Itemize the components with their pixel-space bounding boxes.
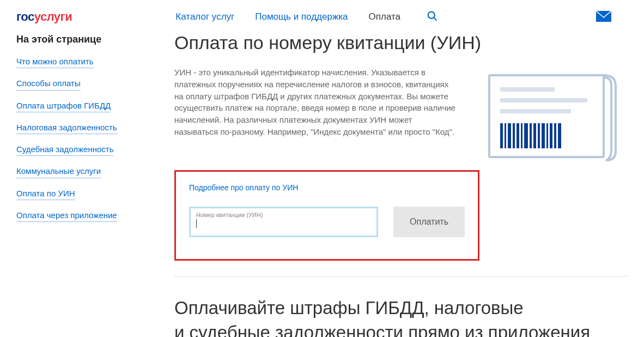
svg-rect-5 bbox=[500, 98, 587, 103]
sidebar-item-what-to-pay[interactable]: Что можно оплатить bbox=[16, 56, 94, 68]
uin-input[interactable]: Номер квитанции (УИН) bbox=[189, 207, 378, 237]
main-content: Оплата по номеру квитанции (УИН) УИН - э… bbox=[174, 29, 628, 337]
page-title: Оплата по номеру квитанции (УИН) bbox=[174, 32, 628, 53]
header: госуслуги Каталог услуг Помощь и поддерж… bbox=[0, 0, 644, 29]
svg-rect-15 bbox=[533, 123, 536, 148]
svg-rect-11 bbox=[517, 123, 519, 148]
sidebar: На этой странице Что можно оплатить Спос… bbox=[16, 29, 147, 337]
svg-rect-12 bbox=[521, 123, 523, 148]
nav-link-payment[interactable]: Оплата bbox=[369, 11, 400, 22]
promo-heading-line2: и судебные задолженности прямо из прилож… bbox=[174, 322, 590, 337]
svg-rect-18 bbox=[546, 123, 548, 148]
sidebar-item-tax-debt[interactable]: Налоговая задолженность bbox=[16, 122, 117, 134]
sidebar-item-judicial-debt[interactable]: Судебная задолженность bbox=[16, 144, 113, 156]
payment-form-highlight: Подробнее про оплату по УИН Номер квитан… bbox=[174, 170, 479, 261]
logo-part-2: услуги bbox=[34, 10, 72, 23]
divider bbox=[174, 276, 628, 276]
receipt-illustration bbox=[485, 64, 621, 163]
svg-rect-17 bbox=[542, 123, 545, 148]
svg-rect-21 bbox=[558, 123, 561, 148]
svg-rect-20 bbox=[554, 123, 556, 148]
nav-link-help[interactable]: Помощь и поддержка bbox=[255, 11, 348, 22]
svg-rect-8 bbox=[505, 123, 506, 148]
svg-rect-4 bbox=[500, 87, 555, 92]
learn-more-link[interactable]: Подробнее про оплату по УИН bbox=[189, 183, 298, 192]
description-text: УИН - это уникальный идентификатор начис… bbox=[174, 67, 458, 163]
svg-rect-9 bbox=[508, 123, 511, 148]
sidebar-item-app-payment[interactable]: Оплата через приложение bbox=[16, 210, 117, 222]
sidebar-title: На этой странице bbox=[16, 34, 147, 45]
svg-rect-10 bbox=[513, 123, 515, 148]
svg-rect-14 bbox=[530, 123, 532, 148]
text-cursor-icon bbox=[196, 219, 197, 228]
pay-button[interactable]: Оплатить bbox=[393, 207, 465, 237]
svg-rect-7 bbox=[500, 123, 503, 148]
sidebar-item-payment-methods[interactable]: Способы оплаты bbox=[16, 78, 81, 90]
nav-link-catalog[interactable]: Каталог услуг bbox=[175, 11, 234, 22]
svg-rect-19 bbox=[550, 123, 552, 148]
uin-input-label: Номер квитанции (УИН) bbox=[196, 212, 371, 218]
logo-part-1: гос bbox=[16, 10, 34, 23]
sidebar-item-utilities[interactable]: Коммунальные услуги bbox=[16, 166, 101, 178]
promo-heading-line1: Оплачивайте штрафы ГИБДД, налоговые bbox=[174, 298, 524, 318]
sidebar-item-uin-payment[interactable]: Оплата по УИН bbox=[16, 188, 75, 200]
svg-rect-16 bbox=[538, 123, 540, 148]
sidebar-item-gibdd-fines[interactable]: Оплата штрафов ГИБДД bbox=[16, 100, 111, 112]
mail-icon[interactable] bbox=[596, 11, 611, 24]
logo[interactable]: госуслуги bbox=[16, 10, 72, 24]
svg-point-0 bbox=[428, 11, 435, 18]
svg-rect-13 bbox=[524, 123, 528, 148]
top-nav: Каталог услуг Помощь и поддержка Оплата bbox=[175, 10, 438, 24]
promo-heading: Оплачивайте штрафы ГИБДД, налоговые и су… bbox=[174, 296, 628, 337]
svg-rect-6 bbox=[500, 109, 571, 113]
svg-line-1 bbox=[434, 17, 436, 20]
search-icon[interactable] bbox=[427, 10, 438, 24]
